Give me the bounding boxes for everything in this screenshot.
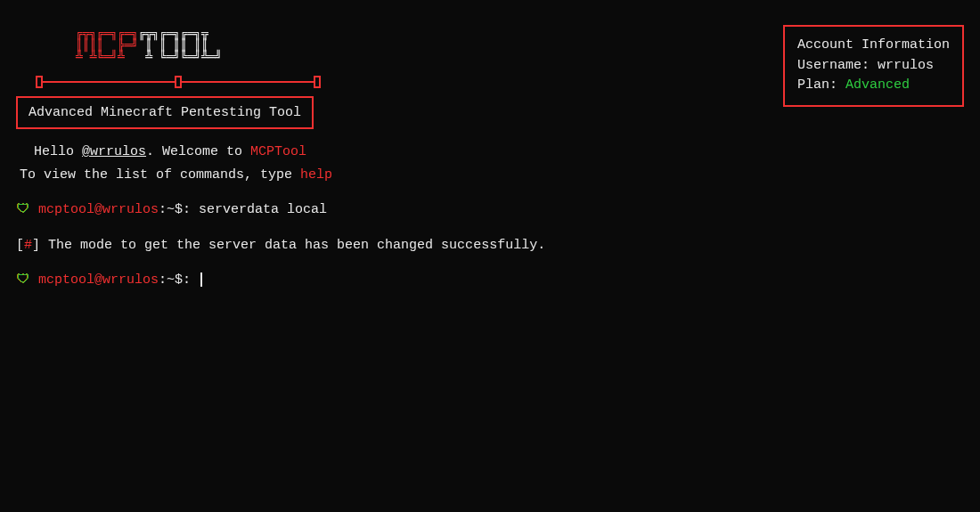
shield-icon: 🛡 bbox=[16, 199, 30, 222]
account-plan-row: Plan: Advanced bbox=[797, 76, 950, 96]
user-handle: @wrrulos bbox=[82, 144, 146, 159]
hello-prefix: Hello bbox=[34, 144, 82, 159]
username-label: Username: bbox=[797, 58, 870, 73]
username-value: wrrulos bbox=[878, 58, 934, 73]
account-username-row: Username: wrrulos bbox=[797, 56, 950, 77]
welcome-line: Hello @wrrulos. Welcome to MCPTool bbox=[34, 141, 964, 164]
status-hash-icon: # bbox=[24, 238, 32, 253]
hint-command: help bbox=[300, 167, 332, 183]
shield-icon: 🛡 bbox=[16, 269, 30, 292]
account-info-panel: Account Information Username: wrrulos Pl… bbox=[783, 25, 964, 107]
subtitle-box: Advanced Minecraft Pentesting Tool bbox=[16, 96, 314, 129]
prompt-path: :~$: bbox=[159, 272, 191, 288]
logo-divider bbox=[36, 76, 321, 88]
prompt-at: @ bbox=[94, 272, 102, 288]
status-rbracket: ] bbox=[32, 238, 40, 253]
cursor-icon bbox=[200, 272, 202, 287]
account-heading: Account Information bbox=[797, 36, 950, 56]
prompt-user: mcptool bbox=[38, 272, 94, 288]
prompt-path: :~$: bbox=[159, 202, 191, 217]
status-message: The mode to get the server data has been… bbox=[40, 238, 545, 253]
terminal-output: Hello @wrrulos. Welcome to MCPTool To vi… bbox=[16, 141, 964, 292]
prompt-user: mcptool bbox=[38, 202, 94, 217]
prompt-host: wrrulos bbox=[102, 272, 159, 288]
plan-label: Plan: bbox=[797, 77, 837, 93]
subtitle-text: Advanced Minecraft Pentesting Tool bbox=[29, 105, 301, 120]
hint-line: To view the list of commands, type help bbox=[20, 164, 964, 187]
prompt-at: @ bbox=[94, 202, 102, 217]
executed-command: serverdata local bbox=[199, 202, 327, 217]
hint-prefix: To view the list of commands, type bbox=[20, 167, 300, 183]
hello-suffix: . Welcome to bbox=[146, 144, 250, 159]
prompt-line-1: 🛡 mcptool@wrrulos:~$: serverdata local bbox=[16, 199, 964, 222]
prompt-host: wrrulos bbox=[102, 202, 159, 217]
tool-name: MCPTool bbox=[250, 144, 306, 159]
app-logo: ╔╦╗╔═╗╔═╗╔╦╗╔═╗╔═╗╦ ║║║║ ╠═╝ ║ ║ ║║ ║║ ╩… bbox=[76, 16, 222, 62]
prompt-line-active[interactable]: 🛡 mcptool@wrrulos:~$: bbox=[16, 269, 964, 292]
plan-value: Advanced bbox=[845, 77, 910, 93]
status-lbracket: [ bbox=[16, 238, 24, 253]
status-line: [#] The mode to get the server data has … bbox=[16, 234, 964, 257]
